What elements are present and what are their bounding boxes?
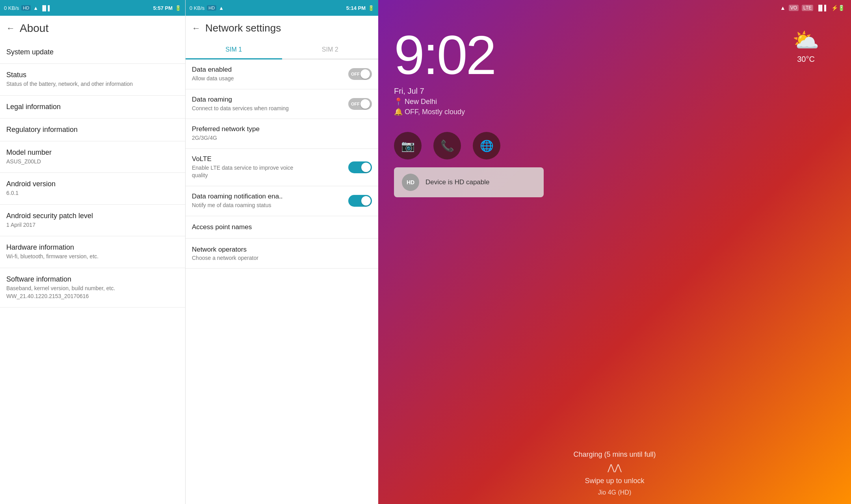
preferred-network-text: Preferred network type 2G/3G/4G	[192, 125, 260, 142]
data-roaming-subtitle: Connect to data services when roaming	[192, 105, 289, 113]
swipe-up-icon: ⋀⋀	[608, 463, 622, 473]
data-roaming-notif-text: Data roaming notification ena.. Notify m…	[192, 193, 283, 209]
data-roaming-toggle[interactable]: OFF	[348, 98, 372, 110]
notification-card: HD Device is HD capable	[394, 167, 544, 197]
lock-shortcuts: 📷 📞 🌐	[394, 132, 500, 159]
volte-subtitle: Enable LTE data service to improve voice…	[192, 164, 302, 180]
lock-battery-charging: ⚡🔋	[831, 5, 845, 11]
about-item-legal[interactable]: Legal information	[0, 96, 185, 119]
lock-location: 📍 New Delhi	[394, 97, 437, 106]
about-item-security-patch[interactable]: Android security patch level 1 April 201…	[0, 205, 185, 237]
data-roaming-notif-item[interactable]: Data roaming notification ena.. Notify m…	[186, 186, 378, 216]
phone-shortcut[interactable]: 📞	[433, 132, 461, 159]
about-item-status[interactable]: Status Status of the battery, network, a…	[0, 64, 185, 96]
lock-wifi-icon: ▲	[780, 5, 786, 11]
data-speed: 0 KB/s	[4, 5, 19, 11]
hardware-title: Hardware information	[6, 243, 179, 252]
regulatory-title: Regulatory information	[6, 126, 179, 134]
android-version-subtitle: 6.0.1	[6, 189, 179, 197]
network-hd-badge: HD	[207, 5, 216, 11]
back-button[interactable]: ←	[6, 23, 15, 33]
network-list: Data enabled Allow data usage OFF Data r…	[186, 59, 378, 504]
sim-tabs: SIM 1 SIM 2	[186, 41, 378, 59]
network-operators-item[interactable]: Network operators Choose a network opera…	[186, 239, 378, 269]
sim2-tab[interactable]: SIM 2	[282, 41, 379, 59]
about-item-model[interactable]: Model number ASUS_Z00LD	[0, 141, 185, 173]
notif-hd-icon: HD	[402, 174, 419, 191]
sim1-tab[interactable]: SIM 1	[186, 41, 282, 59]
access-point-names-item[interactable]: Access point names	[186, 216, 378, 239]
data-roaming-notif-toggle[interactable]: ON	[348, 195, 372, 207]
data-enabled-knob	[360, 69, 370, 79]
network-operators-subtitle: Choose a network operator	[192, 255, 372, 261]
network-status-right: 5:14 PM 🔋	[346, 5, 374, 11]
access-point-title: Access point names	[192, 223, 372, 231]
model-subtitle: ASUS_Z00LD	[6, 158, 179, 166]
lock-date: Fri, Jul 7	[394, 87, 424, 96]
about-item-hardware[interactable]: Hardware information Wi-fi, bluetooth, f…	[0, 236, 185, 268]
data-roaming-notif-label: ON	[363, 198, 370, 203]
volte-toggle-wrapper: ON	[348, 161, 372, 173]
network-time: 5:14 PM	[346, 5, 366, 11]
notif-text: Device is HD capable	[426, 178, 490, 186]
data-enabled-toggle-label: OFF	[351, 72, 360, 76]
data-enabled-text: Data enabled Allow data usage	[192, 66, 234, 83]
lock-status-bar: ▲ VO LTE ▐▌▌ ⚡🔋	[378, 0, 851, 16]
network-back-button[interactable]: ←	[192, 23, 201, 33]
about-title: About	[20, 22, 48, 35]
lock-lte-badge: LTE	[802, 5, 813, 11]
status-title: Status	[6, 71, 179, 79]
preferred-network-item[interactable]: Preferred network type 2G/3G/4G	[186, 119, 378, 149]
lock-temperature: 30°C	[797, 55, 815, 64]
about-panel: 0 KB/s HD ▲ ▐▌▌ 5:57 PM 🔋 ← About System…	[0, 0, 185, 504]
software-subtitle: Baseband, kernel version, build number, …	[6, 285, 179, 300]
data-roaming-knob	[360, 99, 370, 109]
preferred-network-subtitle: 2G/3G/4G	[192, 134, 260, 142]
about-item-android-version[interactable]: Android version 6.0.1	[0, 173, 185, 205]
security-patch-title: Android security patch level	[6, 212, 179, 220]
status-bar-left: 0 KB/s HD ▲ ▐▌▌	[4, 5, 52, 11]
volte-title: VoLTE	[192, 155, 302, 163]
lock-network-text: Jio 4G (HD)	[598, 489, 631, 496]
data-roaming-text: Data roaming Connect to data services wh…	[192, 96, 289, 113]
status-bar-right: 5:57 PM 🔋	[153, 5, 181, 11]
data-enabled-title: Data enabled	[192, 66, 234, 74]
status-subtitle: Status of the battery, network, and othe…	[6, 80, 179, 88]
data-roaming-notif-title: Data roaming notification ena..	[192, 193, 283, 200]
data-enabled-subtitle: Allow data usage	[192, 75, 234, 83]
network-title: Network settings	[205, 22, 281, 34]
charging-text: Charging (5 mins until full)	[573, 450, 656, 459]
data-enabled-item[interactable]: Data enabled Allow data usage OFF	[186, 59, 378, 89]
about-item-system-update[interactable]: System update	[0, 41, 185, 64]
network-data-speed: 0 KB/s	[190, 5, 204, 11]
lock-alarm: 🔔 OFF, Mostly cloudy	[394, 107, 465, 116]
about-item-software[interactable]: Software information Baseband, kernel ve…	[0, 268, 185, 308]
about-header: ← About	[0, 16, 185, 41]
about-status-bar: 0 KB/s HD ▲ ▐▌▌ 5:57 PM 🔋	[0, 0, 185, 16]
software-title: Software information	[6, 275, 179, 284]
legal-title: Legal information	[6, 103, 179, 111]
about-list: System update Status Status of the batte…	[0, 41, 185, 504]
system-update-title: System update	[6, 48, 179, 56]
camera-shortcut[interactable]: 📷	[394, 132, 422, 159]
security-patch-subtitle: 1 April 2017	[6, 221, 179, 229]
data-enabled-toggle[interactable]: OFF	[348, 68, 372, 80]
network-wifi-icon: ▲	[219, 5, 224, 11]
about-item-regulatory[interactable]: Regulatory information	[0, 119, 185, 141]
chrome-shortcut[interactable]: 🌐	[473, 132, 500, 159]
lock-bottom: Charging (5 mins until full) ⋀⋀ Swipe up…	[378, 443, 851, 504]
lockscreen-panel: ▲ VO LTE ▐▌▌ ⚡🔋 9:02 ⛅ 30°C Fri, Jul 7 📍…	[378, 0, 851, 504]
network-operators-title: Network operators	[192, 246, 372, 254]
hardware-subtitle: Wi-fi, bluetooth, firmware version, etc.	[6, 253, 179, 261]
data-enabled-toggle-wrapper: OFF	[348, 68, 372, 80]
network-status-left: 0 KB/s HD ▲	[190, 5, 224, 11]
data-roaming-toggle-label: OFF	[351, 102, 360, 106]
volte-text: VoLTE Enable LTE data service to improve…	[192, 155, 302, 180]
volte-toggle[interactable]: ON	[348, 161, 372, 173]
wifi-icon: ▲	[33, 5, 38, 11]
hd-badge: HD	[21, 5, 31, 11]
volte-item[interactable]: VoLTE Enable LTE data service to improve…	[186, 149, 378, 186]
data-roaming-notif-subtitle: Notify me of data roaming status	[192, 202, 283, 209]
data-roaming-toggle-wrapper: OFF	[348, 98, 372, 110]
data-roaming-item[interactable]: Data roaming Connect to data services wh…	[186, 89, 378, 119]
